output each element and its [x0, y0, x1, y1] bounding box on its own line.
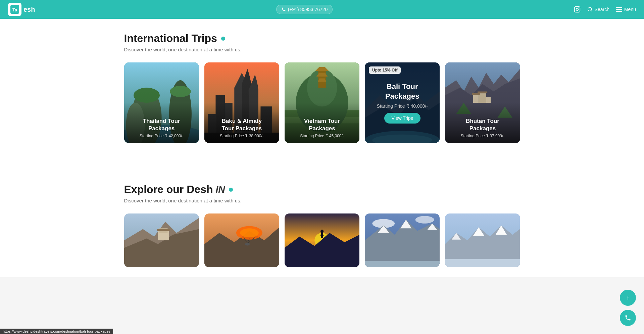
logo-icon: Ta: [8, 3, 21, 16]
baku-content: Baku & AlmatyTour Packages Starting Pric…: [204, 113, 279, 143]
vietnam-card[interactable]: Vietnam TourPackages Starting Price ₹ 45…: [285, 62, 359, 143]
phone-button[interactable]: (+91) 85953 76720: [276, 5, 333, 14]
international-subtitle: Discover the world, one destination at a…: [124, 47, 520, 52]
bali-content: Bali TourPackages Starting Price ₹ 40,00…: [365, 62, 440, 143]
instagram-icon: [574, 6, 581, 13]
explore-card-5[interactable]: [445, 213, 520, 267]
search-label: Search: [595, 7, 609, 12]
url-bar: https://www.deshvideshtravels.com/destin…: [0, 329, 113, 334]
svg-point-4: [578, 7, 579, 8]
svg-rect-6: [616, 7, 622, 8]
international-cards-row: Thailand TourPackages Starting Price ₹ 4…: [124, 62, 520, 143]
main-content: International Trips Discover the world, …: [0, 19, 644, 277]
explore-cards-row: [124, 213, 520, 267]
phone-number: (+91) 85953 76720: [288, 7, 328, 12]
explore-image-3: [285, 213, 359, 267]
svg-point-3: [576, 8, 578, 11]
baku-card[interactable]: Baku & AlmatyTour Packages Starting Pric…: [204, 62, 279, 143]
bali-title: Bali TourPackages: [385, 82, 419, 101]
bali-card[interactable]: Upto 15% Off Bali TourPackages Starting …: [365, 62, 440, 143]
svg-rect-2: [574, 7, 580, 12]
international-title: International Trips: [124, 32, 520, 45]
explore-card-3[interactable]: [285, 213, 359, 267]
baku-price: Starting Price ₹ 38,000/-: [210, 134, 274, 138]
explore-title-dot: [229, 188, 233, 192]
explore-title: Explore our Desh IN: [124, 183, 520, 196]
explore-card-4[interactable]: [365, 213, 440, 267]
svg-point-45: [245, 243, 249, 246]
vietnam-price: Starting Price ₹ 45,000/-: [290, 134, 354, 138]
explore-image-5: [445, 213, 520, 267]
explore-title-text: Explore our Desh: [124, 183, 213, 196]
thailand-title: Thailand TourPackages: [130, 117, 194, 132]
svg-text:Ta: Ta: [12, 7, 17, 12]
logo-text: esh: [23, 6, 35, 13]
bali-price: Starting Price ₹ 40,000/-: [377, 103, 428, 109]
call-button[interactable]: [620, 310, 636, 326]
vietnam-title: Vietnam TourPackages: [290, 117, 354, 132]
menu-button[interactable]: Menu: [616, 7, 636, 12]
search-button[interactable]: Search: [587, 7, 609, 12]
bhutan-price: Starting Price ₹ 37,999/-: [450, 134, 514, 138]
thailand-content: Thailand TourPackages Starting Price ₹ 4…: [124, 113, 199, 143]
baku-title: Baku & AlmatyTour Packages: [210, 117, 274, 132]
explore-card-1[interactable]: [124, 213, 199, 267]
section-spacer: [0, 143, 644, 163]
svg-rect-8: [616, 11, 622, 12]
explore-subtitle: Discover the world, one destination at a…: [124, 198, 520, 203]
explore-card-2[interactable]: [204, 213, 279, 267]
svg-rect-53: [365, 261, 440, 267]
svg-rect-55: [445, 259, 520, 267]
fab-container: ↑: [620, 290, 636, 326]
explore-section: Explore our Desh IN Discover the world, …: [111, 183, 534, 277]
explore-title-in: IN: [215, 184, 225, 195]
bhutan-title: Bhutan TourPackages: [450, 117, 514, 132]
menu-label: Menu: [624, 7, 636, 12]
international-section: International Trips Discover the world, …: [111, 32, 534, 143]
svg-point-48: [320, 230, 324, 233]
fab-phone-icon: [625, 315, 631, 321]
thailand-price: Starting Price ₹ 42,000/-: [130, 134, 194, 138]
explore-image-1: [124, 213, 199, 267]
phone-icon: [281, 7, 286, 12]
bhutan-content: Bhutan TourPackages Starting Price ₹ 37,…: [445, 113, 520, 143]
svg-rect-7: [616, 9, 622, 10]
bhutan-card[interactable]: Bhutan TourPackages Starting Price ₹ 37,…: [445, 62, 520, 143]
svg-point-5: [588, 7, 592, 11]
svg-point-41: [240, 228, 259, 237]
explore-image-2: [204, 213, 279, 267]
instagram-button[interactable]: [574, 6, 581, 13]
search-icon: [587, 7, 593, 12]
title-dot: [221, 37, 225, 41]
thailand-card[interactable]: Thailand TourPackages Starting Price ₹ 4…: [124, 62, 199, 143]
explore-image-4: [365, 213, 440, 267]
navbar-right: Search Menu: [574, 6, 636, 13]
logo-container[interactable]: Ta esh: [8, 3, 35, 16]
bali-view-trips-button[interactable]: View Trips: [384, 113, 420, 124]
scroll-top-button[interactable]: ↑: [620, 290, 636, 306]
svg-point-52: [415, 216, 434, 223]
vietnam-content: Vietnam TourPackages Starting Price ₹ 45…: [285, 113, 359, 143]
navbar: Ta esh (+91) 85953 76720 Search: [0, 0, 644, 19]
menu-icon: [616, 7, 622, 12]
